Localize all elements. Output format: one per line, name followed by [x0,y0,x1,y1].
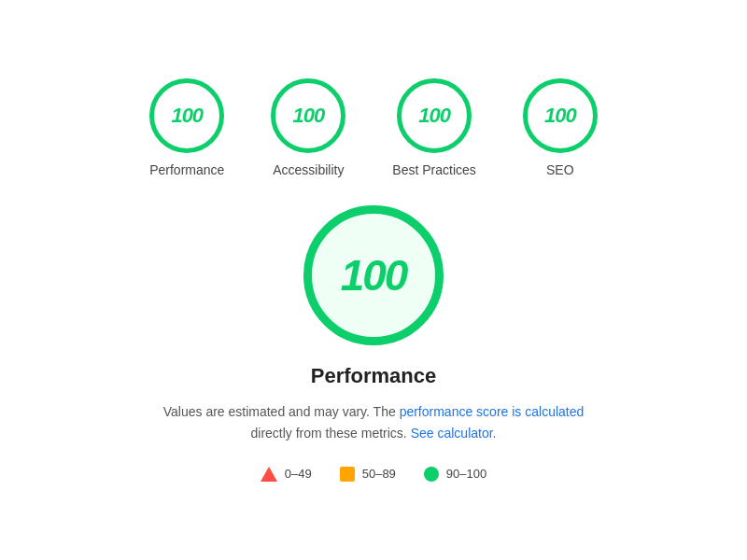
accessibility-score: 100 [292,104,324,128]
average-icon [340,467,355,482]
description-text: Values are estimated and may vary. The p… [149,401,598,443]
seo-score: 100 [544,104,576,128]
description-middle: directly from these metrics. [251,426,411,441]
seo-circle: 100 [523,78,598,153]
legend-item-good: 90–100 [424,467,486,482]
score-item-seo: 100 SEO [523,78,598,177]
best-practices-circle: 100 [397,78,472,153]
main-title: Performance [311,364,437,388]
score-item-accessibility: 100 Accessibility [271,78,345,177]
performance-label: Performance [149,162,224,177]
performance-score: 100 [171,104,203,128]
score-row: 100 Performance 100 Accessibility 100 Be… [149,78,598,177]
best-practices-score: 100 [418,104,450,128]
legend-item-poor: 0–49 [261,467,312,482]
poor-range: 0–49 [285,467,312,481]
legend: 0–49 50–89 90–100 [261,467,486,482]
legend-item-average: 50–89 [340,467,396,482]
description-prefix: Values are estimated and may vary. The [163,404,400,419]
score-item-best-practices: 100 Best Practices [392,78,475,177]
average-range: 50–89 [362,467,396,481]
calculator-link[interactable]: See calculator. [411,426,497,441]
accessibility-circle: 100 [271,78,345,153]
poor-icon [261,467,277,482]
accessibility-label: Accessibility [273,162,344,177]
main-score-circle: 100 [303,205,444,345]
good-range: 90–100 [446,467,486,481]
seo-label: SEO [546,162,574,177]
performance-circle: 100 [149,78,224,153]
main-score-value: 100 [341,250,407,301]
performance-score-link[interactable]: performance score is calculated [400,404,585,419]
good-icon [424,467,439,482]
main-container: 100 Performance 100 Accessibility 100 Be… [0,60,747,500]
best-practices-label: Best Practices [392,162,475,177]
score-item-performance: 100 Performance [149,78,224,177]
